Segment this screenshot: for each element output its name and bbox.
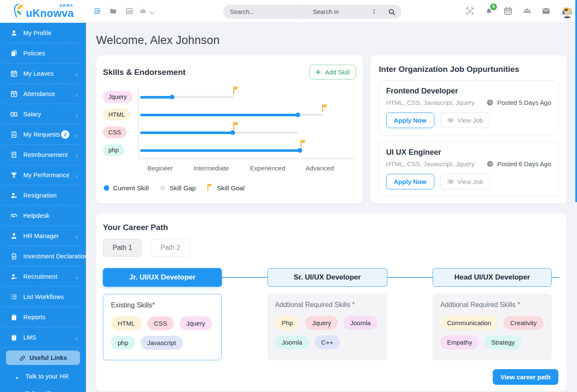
- sidebar-item-label: Salary: [23, 111, 75, 118]
- sidebar-item-list-workflows[interactable]: List Workflows: [0, 287, 86, 307]
- career-node-sr-ui-ux-developer[interactable]: Sr. UI/UX Developer: [268, 268, 387, 287]
- sidebar-item-my-profile[interactable]: My Profile: [0, 23, 86, 43]
- sidebar-item-policies[interactable]: Policies: [0, 43, 86, 63]
- career-node-head-ui-ux-developer[interactable]: Head UI/UX Developer: [433, 268, 552, 287]
- skill-pill-c++: C++: [315, 335, 340, 349]
- clipboard-icon: [10, 334, 18, 341]
- search-submit-button[interactable]: [382, 5, 401, 19]
- bar-chart-button[interactable]: [121, 7, 138, 16]
- current-skill-bar: [140, 96, 173, 99]
- current-skill-dot: [104, 185, 109, 191]
- skill-pills: PhpJqueryJoomlaJoomlaC++: [275, 316, 380, 349]
- chart-category-pill: CSS: [103, 126, 127, 138]
- job-posted: Posted 6 Days Ago: [486, 160, 551, 167]
- chevron-down-icon: [148, 9, 153, 14]
- collapse-sidebar-button[interactable]: [89, 7, 105, 16]
- global-search-bar: Search in: [223, 5, 401, 19]
- sidebar-item-label: My Performance: [23, 172, 75, 178]
- sidebar-item-my-requests[interactable]: My Requests2: [0, 124, 86, 145]
- search-in-select[interactable]: Search in: [302, 8, 371, 15]
- sidebar-item-label: Reimbursement: [23, 151, 75, 158]
- career-card-title: Your Career Path: [103, 223, 168, 232]
- user-minus-icon: [10, 192, 18, 199]
- sidebar-item-label: Talk to your HR: [25, 373, 79, 380]
- user-avatar[interactable]: [560, 4, 574, 19]
- folder-open-button[interactable]: [105, 7, 121, 16]
- job-posted: Posted 5 Days Ago: [486, 99, 551, 106]
- sidebar-item-my-performance[interactable]: My Performance: [0, 165, 86, 185]
- skill-pill-empathy: Empathy: [440, 335, 479, 349]
- search-input[interactable]: [223, 8, 302, 15]
- sidebar-item-salary[interactable]: Salary: [0, 104, 86, 124]
- sidebar-item-lms[interactable]: LMS: [0, 327, 86, 348]
- sidebar-item-talk-to-it[interactable]: Talk to IT: [0, 385, 86, 392]
- documents-icon: [10, 49, 18, 57]
- chart-category-pill: HTML: [103, 109, 130, 121]
- sidebar-item-talk-to-your-hr[interactable]: Talk to your HR: [0, 367, 86, 385]
- banknote-icon: [10, 110, 18, 118]
- plus-icon: [315, 69, 321, 75]
- x-axis-tick: Advanced: [306, 164, 334, 172]
- view-job-label: View Job: [458, 178, 483, 185]
- calendar-grid-button[interactable]: [503, 6, 513, 16]
- sidebar-item-hr-manager[interactable]: HR Manager: [0, 226, 86, 246]
- view-job-button[interactable]: View Job: [440, 174, 490, 189]
- mail-button[interactable]: [541, 6, 551, 16]
- view-career-path-button[interactable]: View career path: [493, 369, 558, 385]
- path-connector-line: [222, 277, 268, 278]
- sidebar-item-reports[interactable]: Reports: [0, 307, 86, 327]
- user-icon: [10, 29, 18, 37]
- chevron-left-icon: [75, 173, 79, 178]
- list-icon: [10, 293, 18, 301]
- grid-spacer: [222, 294, 268, 360]
- clock-icon: [486, 160, 494, 167]
- sidebar-item-attendance[interactable]: Attendance: [0, 84, 86, 104]
- skill-pill-jquery: Jquery: [179, 316, 212, 330]
- career-node-jr-ui-ux-developer[interactable]: Jr. UI/UX Developer: [103, 268, 222, 287]
- welcome-heading: Welcome, Alex Johnson: [96, 34, 567, 47]
- view-job-button[interactable]: View Job: [440, 112, 490, 128]
- skill-pills: HTMLCSSJqueryphpJavascript: [111, 316, 214, 350]
- sidebar-item-label: Policies: [23, 50, 79, 57]
- sidebar-item-useful-links[interactable]: Useful Links: [6, 351, 80, 365]
- chart-category-pill: php: [103, 144, 124, 156]
- apply-now-button[interactable]: Apply Now: [386, 174, 434, 189]
- people-group-button[interactable]: [138, 7, 154, 16]
- career-skills-card-head-ui-ux-developer: Addtional Required Skills *Communication…: [433, 294, 552, 360]
- face-scan-button[interactable]: [465, 6, 475, 16]
- top-header: HRMS uKnowva Search in 6: [0, 0, 577, 23]
- scrollbar-thumb[interactable]: [575, 0, 577, 202]
- job-actions: Apply NowView Job: [386, 112, 551, 128]
- sidebar-item-label: Recruitment: [23, 273, 75, 280]
- tab-path-2[interactable]: Path 2: [151, 239, 190, 257]
- x-axis-tick: Experienced: [250, 164, 285, 172]
- job-skills: HTML, CSS, Javascript, Jquery: [386, 160, 486, 167]
- job-card-frontend-developer: Frontend DeveloperHTML, CSS, Javascript,…: [379, 80, 558, 135]
- skill-pill-php: php: [111, 336, 135, 350]
- skill-pill-jquery: Jquery: [305, 316, 338, 330]
- chart-category-row: Jquery: [103, 88, 138, 106]
- sidebar-item-recruitment[interactable]: Recruitment: [0, 266, 86, 287]
- sidebar-item-resignation[interactable]: Resignation: [0, 185, 86, 206]
- job-skills: HTML, CSS, Javascript, Jquery: [386, 99, 486, 106]
- job-title: Frontend Developer: [386, 87, 551, 96]
- notification-badge: 6: [490, 3, 497, 10]
- calendar-check-icon: [10, 90, 18, 98]
- header-toolbar: [89, 7, 154, 16]
- sidebar-item-helpdesk[interactable]: Helpdesk: [0, 206, 86, 226]
- receipt-icon: [10, 151, 18, 159]
- people-group-button[interactable]: [522, 6, 532, 16]
- add-skill-button[interactable]: Add Skill: [309, 65, 356, 79]
- chart-bar-row: [139, 123, 356, 141]
- view-job-label: View Job: [458, 117, 483, 124]
- app-logo[interactable]: HRMS uKnowva: [0, 3, 86, 20]
- tab-path-1[interactable]: Path 1: [103, 239, 142, 257]
- bell-button[interactable]: 6: [484, 6, 494, 16]
- select-arrows-icon: [371, 8, 377, 15]
- apply-now-button[interactable]: Apply Now: [386, 112, 434, 128]
- legend-item-current-skill: Current Skill: [104, 184, 149, 192]
- sidebar-item-investment-declaration[interactable]: Investment Declaration: [0, 246, 86, 266]
- sidebar-item-reimbursement[interactable]: Reimbursement: [0, 145, 86, 165]
- sidebar-item-label: Helpdesk: [23, 212, 79, 219]
- sidebar-item-my-leaves[interactable]: My Leaves: [0, 63, 86, 84]
